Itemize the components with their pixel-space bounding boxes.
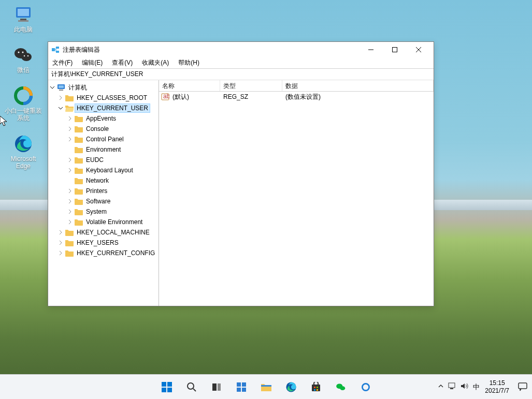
- wechat-taskbar-button[interactable]: [330, 377, 351, 397]
- svg-rect-37: [314, 389, 315, 391]
- xiaobai-taskbar-button[interactable]: [355, 377, 376, 397]
- chevron-right-icon[interactable]: [67, 219, 73, 225]
- menu-view[interactable]: 查看(V): [111, 57, 134, 68]
- tree-subkey[interactable]: Control Panel: [48, 134, 159, 144]
- tree-subkey[interactable]: Console: [48, 124, 159, 134]
- notifications-button[interactable]: [517, 381, 529, 393]
- svg-point-41: [362, 383, 369, 390]
- chevron-right-icon[interactable]: [67, 188, 73, 194]
- address-input[interactable]: [48, 69, 434, 80]
- window-title: 注册表编辑器: [63, 46, 100, 54]
- tree-hive[interactable]: HKEY_CURRENT_CONFIG: [48, 248, 159, 258]
- chevron-down-icon[interactable]: [49, 84, 55, 91]
- widgets-button[interactable]: [231, 377, 252, 397]
- folder-icon: [75, 115, 83, 122]
- col-data[interactable]: 数据: [282, 80, 434, 91]
- titlebar[interactable]: 注册表编辑器: [48, 42, 434, 57]
- svg-rect-36: [317, 387, 318, 388]
- svg-point-6: [18, 52, 20, 53]
- tree-subkey[interactable]: Printers: [48, 186, 159, 196]
- tree-subkey[interactable]: Environment: [48, 144, 159, 155]
- tree-hive[interactable]: HKEY_USERS: [48, 238, 159, 248]
- taskbar: 中 15:15 2021/7/7: [0, 374, 532, 399]
- desktop-icon-label: Microsoft Edge: [3, 155, 44, 170]
- tree-subkey[interactable]: Software: [48, 196, 159, 206]
- chevron-right-icon[interactable]: [67, 136, 73, 142]
- svg-rect-38: [317, 389, 318, 391]
- tree-subkey[interactable]: AppEvents: [48, 113, 159, 124]
- tree-hive[interactable]: HKEY_CLASSES_ROOT: [48, 93, 159, 103]
- expander-empty: [67, 146, 73, 153]
- menu-favorites[interactable]: 收藏夹(A): [141, 57, 170, 68]
- value-row-default[interactable]: ab (默认) REG_SZ (数值未设置): [159, 92, 434, 102]
- menu-file[interactable]: 文件(F): [51, 57, 74, 68]
- tree-subkey[interactable]: Network: [48, 175, 159, 186]
- tree-subkey[interactable]: Volatile Environment: [48, 217, 159, 227]
- chevron-right-icon[interactable]: [67, 115, 73, 122]
- date-text: 2021/7/7: [485, 387, 509, 394]
- tree-pane[interactable]: 计算机 HKEY_CLASSES_ROOTHKEY_CURRENT_USERAp…: [48, 80, 159, 306]
- desktop-icon-this-pc[interactable]: 此电脑: [5, 4, 41, 33]
- folder-icon: [65, 229, 74, 236]
- svg-rect-23: [162, 388, 166, 392]
- chevron-right-icon[interactable]: [57, 240, 64, 246]
- edge-taskbar-button[interactable]: [281, 377, 301, 397]
- chevron-right-icon[interactable]: [67, 198, 73, 204]
- folder-icon: [65, 105, 74, 112]
- chevron-right-icon[interactable]: [67, 167, 73, 173]
- svg-rect-1: [18, 9, 29, 16]
- svg-rect-28: [237, 382, 241, 387]
- system-tray: 中 15:15 2021/7/7: [438, 375, 529, 399]
- ime-indicator[interactable]: 中: [473, 382, 480, 392]
- tree-hive[interactable]: HKEY_CURRENT_USER: [48, 103, 159, 113]
- volume-icon[interactable]: [461, 382, 469, 391]
- search-button[interactable]: [181, 377, 202, 397]
- col-name[interactable]: 名称: [159, 80, 220, 91]
- chevron-right-icon[interactable]: [67, 209, 73, 215]
- explorer-button[interactable]: [256, 377, 277, 397]
- tree-label: Console: [84, 125, 110, 133]
- tree-label: Software: [84, 197, 112, 205]
- chevron-right-icon[interactable]: [67, 126, 73, 132]
- desktop-icon-label: 小白一键重装系统: [3, 107, 44, 122]
- svg-rect-17: [59, 85, 64, 88]
- menu-edit[interactable]: 编辑(E): [81, 57, 104, 68]
- network-icon[interactable]: [448, 382, 456, 391]
- tree-label: HKEY_CLASSES_ROOT: [75, 94, 149, 102]
- svg-point-40: [340, 386, 345, 390]
- tree-subkey[interactable]: System: [48, 206, 159, 217]
- desktop-icon-label: 微信: [3, 66, 44, 73]
- tree-hive[interactable]: HKEY_LOCAL_MACHINE: [48, 227, 159, 238]
- folder-icon: [75, 156, 83, 164]
- chevron-right-icon[interactable]: [67, 157, 73, 163]
- svg-text:ab: ab: [163, 93, 169, 100]
- folder-icon: [75, 125, 83, 132]
- svg-rect-22: [167, 382, 172, 387]
- col-type[interactable]: 类型: [220, 80, 282, 91]
- tree-subkey[interactable]: EUDC: [48, 155, 159, 165]
- maximize-button[interactable]: [383, 42, 407, 57]
- desktop-icon-wechat[interactable]: 微信: [5, 45, 41, 73]
- desktop-background: 此电脑 微信 小白一键重装系统 Microsoft Edge 注册表: [0, 0, 532, 399]
- start-button[interactable]: [156, 377, 177, 397]
- desktop-icon-xiaobai[interactable]: 小白一键重装系统: [5, 85, 41, 122]
- task-view-button[interactable]: [206, 377, 227, 397]
- svg-rect-3: [18, 20, 28, 22]
- chevron-right-icon[interactable]: [57, 250, 64, 256]
- value-type: REG_SZ: [220, 93, 282, 100]
- minimize-button[interactable]: [359, 42, 383, 57]
- svg-point-8: [24, 55, 25, 56]
- desktop-icon-edge[interactable]: Microsoft Edge: [5, 134, 41, 170]
- chevron-right-icon[interactable]: [57, 95, 64, 101]
- tree-root[interactable]: 计算机: [48, 82, 159, 93]
- chevron-right-icon[interactable]: [57, 229, 64, 235]
- menu-help[interactable]: 帮助(H): [177, 57, 200, 68]
- store-button[interactable]: [306, 377, 326, 397]
- reinstall-icon: [13, 85, 34, 106]
- tree-subkey[interactable]: Keyboard Layout: [48, 165, 159, 175]
- close-button[interactable]: [407, 42, 430, 57]
- tray-overflow-icon[interactable]: [438, 383, 444, 391]
- values-pane[interactable]: 名称 类型 数据 ab (默认) REG_SZ (数值未设置): [159, 80, 434, 306]
- chevron-down-icon[interactable]: [57, 105, 64, 111]
- clock[interactable]: 15:15 2021/7/7: [485, 379, 509, 394]
